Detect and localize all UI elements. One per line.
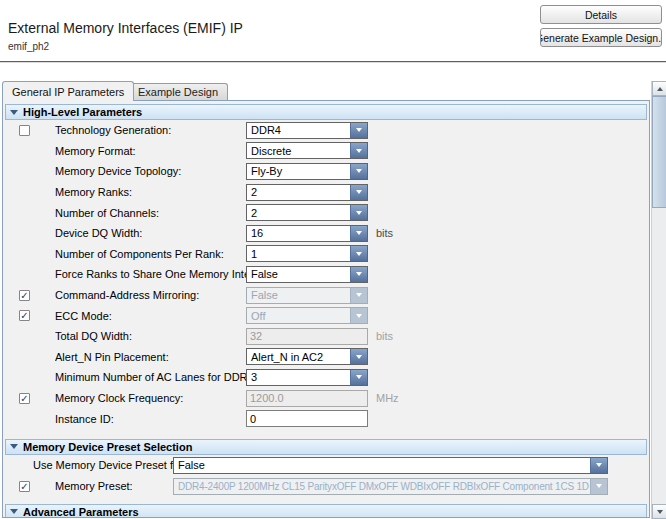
tab-example-design[interactable]: Example Design — [128, 83, 228, 100]
parameter-dropdown: Off — [246, 307, 368, 324]
preset-rows: Use Memory Device Preset from file:False… — [3, 455, 649, 497]
dropdown-value: DDR4-2400P 1200MHz CL15 ParityxOFF DMxOF… — [174, 479, 590, 494]
parameter-row: Use Memory Device Preset from file:False — [3, 455, 649, 476]
section-header-memory-device-preset[interactable]: Memory Device Preset Selection — [5, 439, 647, 455]
parameter-label: Memory Preset: — [55, 480, 173, 492]
parameter-checkbox[interactable]: ✓ — [19, 310, 30, 321]
parameter-label: Memory Format: — [55, 145, 246, 157]
dropdown-arrow-icon[interactable] — [590, 458, 607, 473]
dropdown-arrow-icon[interactable] — [350, 164, 367, 179]
parameter-row: ✓Memory Clock Frequency:MHz — [3, 388, 649, 409]
collapse-arrow-icon[interactable] — [10, 110, 18, 115]
parameter-dropdown[interactable]: DDR4 — [246, 122, 368, 139]
dropdown-arrow-icon[interactable] — [350, 246, 367, 261]
parameter-dropdown[interactable]: 1 — [246, 245, 368, 262]
parameter-checkbox[interactable] — [19, 125, 30, 136]
parameter-row: Instance ID: — [3, 408, 649, 429]
collapse-arrow-icon[interactable] — [10, 444, 18, 449]
dropdown-value: 3 — [247, 370, 350, 385]
details-button[interactable]: Details — [540, 5, 662, 24]
parameter-label: Use Memory Device Preset from file: — [33, 459, 173, 471]
parameter-dropdown[interactable]: 16 — [246, 225, 368, 242]
dropdown-value: 16 — [247, 226, 350, 241]
unit-label: MHz — [376, 392, 399, 404]
parameter-dropdown[interactable]: Discrete — [246, 142, 368, 159]
parameter-dropdown[interactable]: Alert_N in AC2 — [246, 348, 368, 365]
parameter-row: Minimum Number of AC Lanes for DDR4:3 — [3, 367, 649, 388]
dropdown-arrow-icon[interactable] — [350, 370, 367, 385]
dropdown-arrow-icon[interactable] — [350, 267, 367, 282]
parameter-checkbox[interactable]: ✓ — [19, 481, 30, 492]
scrollbar-thumb[interactable] — [652, 96, 666, 208]
parameter-label: Total DQ Width: — [55, 330, 246, 342]
parameter-label: Memory Ranks: — [55, 186, 246, 198]
tab-general-ip-parameters[interactable]: General IP Parameters — [2, 81, 134, 101]
checkbox-cell — [19, 125, 35, 136]
parameter-label: Number of Components Per Rank: — [55, 248, 246, 260]
parameter-checkbox[interactable]: ✓ — [19, 290, 30, 301]
dropdown-value: False — [174, 458, 590, 473]
section-title: High-Level Parameters — [23, 106, 142, 118]
parameter-label: Alert_N Pin Placement: — [55, 351, 246, 363]
parameter-row: Technology Generation:DDR4 — [3, 120, 649, 141]
parameter-row: Force Ranks to Share One Memory Interfac… — [3, 264, 649, 285]
parameter-label: ECC Mode: — [55, 310, 246, 322]
parameter-dropdown[interactable]: 2 — [246, 184, 368, 201]
dropdown-value: Off — [247, 308, 350, 323]
checkbox-cell: ✓ — [19, 290, 35, 301]
dropdown-value: Discrete — [247, 143, 350, 158]
high-level-rows: Technology Generation:DDR4Memory Format:… — [3, 120, 649, 429]
dropdown-arrow-icon[interactable] — [350, 205, 367, 220]
parameter-row: ✓Command-Address Mirroring:False — [3, 285, 649, 306]
dropdown-value: 2 — [247, 185, 350, 200]
parameter-label: Memory Clock Frequency: — [55, 392, 246, 404]
checkbox-cell: ✓ — [19, 393, 35, 404]
parameter-label: Memory Device Topology: — [55, 165, 246, 177]
parameter-dropdown[interactable]: False — [246, 266, 368, 283]
parameter-row: Number of Components Per Rank:1 — [3, 244, 649, 265]
dropdown-arrow-icon — [590, 479, 607, 494]
parameter-row: Total DQ Width:bits — [3, 326, 649, 347]
parameter-dropdown: False — [246, 287, 368, 304]
section-header-advanced-parameters[interactable]: Advanced Parameters — [5, 504, 647, 518]
emif-ip-parameter-editor: External Memory Interfaces (EMIF) IP emi… — [0, 0, 666, 519]
parameter-label: Command-Address Mirroring: — [55, 289, 246, 301]
parameter-row: ✓Memory Preset:DDR4-2400P 1200MHz CL15 P… — [3, 476, 649, 497]
parameter-dropdown[interactable]: 2 — [246, 204, 368, 221]
dropdown-arrow-icon — [350, 288, 367, 303]
parameter-checkbox[interactable]: ✓ — [19, 393, 30, 404]
parameter-dropdown[interactable]: 3 — [246, 369, 368, 386]
parameter-label: Technology Generation: — [55, 124, 246, 136]
dropdown-arrow-icon[interactable] — [350, 185, 367, 200]
parameter-dropdown[interactable]: False — [173, 457, 608, 474]
parameter-label: Force Ranks to Share One Memory Interfac… — [55, 268, 246, 280]
parameter-row: ✓ECC Mode:Off — [3, 305, 649, 326]
collapse-arrow-icon[interactable] — [10, 509, 18, 514]
generate-example-design-button[interactable]: Generate Example Design... — [540, 28, 662, 47]
scroll-down-icon[interactable] — [652, 504, 666, 519]
parameter-row: Device DQ Width:16bits — [3, 223, 649, 244]
dropdown-arrow-icon[interactable] — [350, 226, 367, 241]
parameter-dropdown[interactable]: Fly-By — [246, 163, 368, 180]
section-title: Memory Device Preset Selection — [23, 441, 192, 453]
dropdown-arrow-icon[interactable] — [350, 143, 367, 158]
vertical-scrollbar[interactable] — [651, 81, 666, 519]
parameter-row: Memory Device Topology:Fly-By — [3, 161, 649, 182]
parameter-row: Memory Ranks:2 — [3, 182, 649, 203]
dropdown-value: False — [247, 267, 350, 282]
parameter-input[interactable] — [246, 410, 368, 427]
section-header-high-level-parameters[interactable]: High-Level Parameters — [5, 104, 647, 120]
parameter-input — [246, 390, 368, 407]
parameter-row: Number of Channels:2 — [3, 202, 649, 223]
checkbox-cell: ✓ — [19, 481, 35, 492]
parameter-input — [246, 328, 368, 345]
parameters-panel: High-Level Parameters Technology Generat… — [2, 100, 650, 518]
section-title: Advanced Parameters — [23, 506, 139, 518]
scroll-up-icon[interactable] — [652, 81, 666, 96]
dropdown-value: Fly-By — [247, 164, 350, 179]
dropdown-value: DDR4 — [247, 123, 350, 138]
dropdown-arrow-icon[interactable] — [350, 123, 367, 138]
dropdown-arrow-icon[interactable] — [350, 349, 367, 364]
parameter-dropdown: DDR4-2400P 1200MHz CL15 ParityxOFF DMxOF… — [173, 478, 608, 495]
unit-label: bits — [376, 330, 393, 342]
